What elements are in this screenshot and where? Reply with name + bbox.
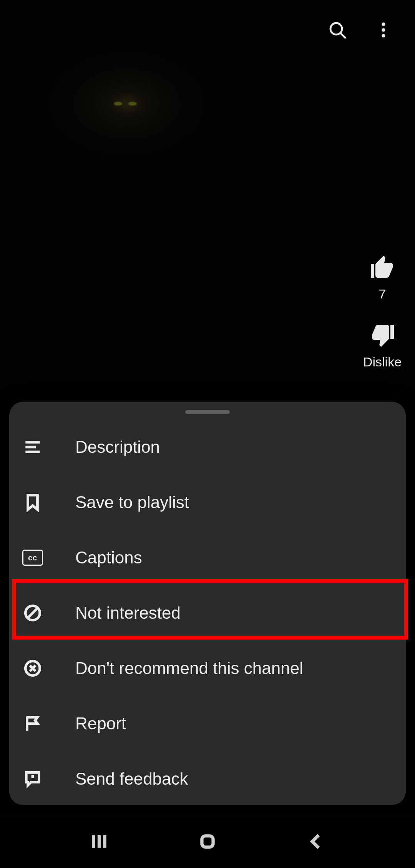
system-nav-bar xyxy=(0,817,415,868)
menu-label: Captions xyxy=(75,548,142,567)
feedback-icon xyxy=(22,769,43,789)
menu-label: Report xyxy=(75,714,126,733)
search-button[interactable] xyxy=(326,18,349,41)
menu-label: Save to playlist xyxy=(75,493,189,512)
captions-icon: cc xyxy=(22,550,43,566)
menu-label: Description xyxy=(75,437,160,457)
back-button[interactable] xyxy=(307,832,326,853)
menu-dont-recommend-channel[interactable]: Don't recommend this channel xyxy=(9,641,406,696)
svg-point-4 xyxy=(382,34,385,37)
menu-captions[interactable]: cc Captions xyxy=(9,530,406,585)
svg-rect-8 xyxy=(202,836,213,847)
svg-line-1 xyxy=(341,33,345,38)
bookmark-icon xyxy=(22,492,43,513)
recents-button[interactable] xyxy=(90,832,109,853)
like-button[interactable]: 7 xyxy=(369,253,396,301)
close-circle-icon xyxy=(22,658,43,679)
menu-report[interactable]: Report xyxy=(9,696,406,751)
menu-label: Send feedback xyxy=(75,769,188,788)
svg-line-13 xyxy=(28,608,38,618)
back-icon xyxy=(307,832,326,851)
flag-icon xyxy=(22,713,43,734)
dislike-button[interactable]: Dislike xyxy=(363,321,402,369)
not-interested-icon xyxy=(22,603,43,623)
description-icon xyxy=(22,437,43,457)
search-icon xyxy=(328,21,347,39)
home-icon xyxy=(198,832,217,851)
thumbs-up-icon xyxy=(369,253,396,281)
recents-icon xyxy=(90,832,109,851)
thumbs-down-icon xyxy=(369,321,396,349)
more-options-button[interactable] xyxy=(372,18,395,41)
menu-save-playlist[interactable]: Save to playlist xyxy=(9,475,406,530)
menu-send-feedback[interactable]: Send feedback xyxy=(9,751,406,807)
menu-not-interested[interactable]: Not interested xyxy=(9,585,406,641)
svg-point-3 xyxy=(382,28,385,31)
menu-label: Don't recommend this channel xyxy=(75,659,303,678)
menu-label: Not interested xyxy=(75,603,181,623)
home-button[interactable] xyxy=(198,832,217,853)
like-count: 7 xyxy=(379,287,386,301)
glowing-eye-right xyxy=(128,102,137,106)
options-menu: Description Save to playlist cc Captions… xyxy=(9,419,406,807)
more-vertical-icon xyxy=(374,21,393,39)
svg-point-2 xyxy=(382,22,385,26)
screen: 7 Dislike Home Shorts Subscriptions You xyxy=(0,0,415,868)
menu-description[interactable]: Description xyxy=(9,419,406,475)
top-action-bar xyxy=(314,12,415,48)
dislike-label: Dislike xyxy=(363,354,402,369)
sheet-grabber[interactable] xyxy=(185,410,230,414)
glowing-eye-left xyxy=(114,102,122,106)
engagement-rail: 7 Dislike xyxy=(357,253,407,369)
options-bottom-sheet: Description Save to playlist cc Captions… xyxy=(9,402,406,805)
